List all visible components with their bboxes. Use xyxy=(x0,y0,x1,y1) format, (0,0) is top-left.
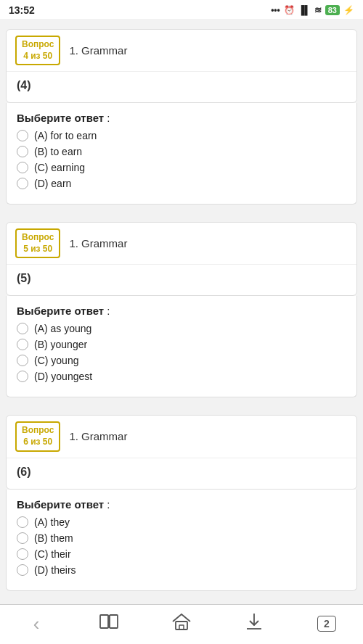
answer-option-5-a[interactable]: (A) as young xyxy=(17,323,346,334)
charging-icon: ⚡ xyxy=(343,5,354,15)
battery-icon: 83 xyxy=(325,5,340,15)
book-button[interactable] xyxy=(91,614,127,634)
page-number[interactable]: 2 xyxy=(317,616,336,632)
radio-6-d[interactable] xyxy=(17,564,28,576)
question-category-6: 1. Grammar xyxy=(69,430,127,442)
download-icon xyxy=(245,612,263,635)
question-card-6: Вопрос 6 из 50 1. Grammar (6) xyxy=(6,415,357,489)
answer-label-4: Выберите ответ : xyxy=(17,112,346,124)
option-text-4-d: (D) earn xyxy=(34,178,71,189)
wifi-icon: ≋ xyxy=(314,5,322,15)
question-header-6: Вопрос 6 из 50 1. Grammar xyxy=(7,416,356,458)
answer-section-4: Выберите ответ : (A) for to earn (B) to … xyxy=(6,103,357,205)
answer-option-6-d[interactable]: (D) theirs xyxy=(17,564,346,576)
question-card-4: Вопрос 4 из 50 1. Grammar (4) xyxy=(6,29,357,103)
question-category-5: 1. Grammar xyxy=(69,237,127,249)
question-body-6: (6) xyxy=(7,458,356,489)
answer-option-5-b[interactable]: (B) younger xyxy=(17,339,346,350)
status-bar: 13:52 ••• ⏰ ▐▌ ≋ 83 ⚡ xyxy=(0,0,363,19)
question-header-5: Вопрос 5 из 50 1. Grammar xyxy=(7,223,356,265)
option-text-5-d: (D) youngest xyxy=(34,371,92,382)
signal-bars-icon: ▐▌ xyxy=(298,5,311,15)
question-badge-6: Вопрос 6 из 50 xyxy=(15,421,60,451)
answer-option-5-c[interactable]: (C) young xyxy=(17,355,346,366)
page-button[interactable]: 2 xyxy=(309,616,345,632)
home-button[interactable] xyxy=(163,613,200,635)
answer-option-4-b[interactable]: (B) to earn xyxy=(17,146,346,157)
option-text-4-b: (B) to earn xyxy=(34,146,82,157)
radio-4-d[interactable] xyxy=(17,178,28,189)
alarm-icon: ⏰ xyxy=(284,5,295,15)
answer-option-6-a[interactable]: (A) they xyxy=(17,516,346,528)
status-icons: ••• ⏰ ▐▌ ≋ 83 ⚡ xyxy=(271,5,354,15)
option-text-6-b: (B) them xyxy=(34,532,73,544)
svg-rect-0 xyxy=(100,615,108,628)
back-icon: ‹ xyxy=(33,613,40,635)
signal-dots: ••• xyxy=(271,5,280,15)
radio-4-c[interactable] xyxy=(17,162,28,173)
book-icon xyxy=(99,614,118,634)
radio-6-c[interactable] xyxy=(17,548,28,560)
option-text-4-c: (C) earning xyxy=(34,162,85,173)
radio-5-b[interactable] xyxy=(17,339,28,350)
radio-4-a[interactable] xyxy=(17,130,28,141)
radio-5-d[interactable] xyxy=(17,371,28,382)
svg-rect-1 xyxy=(110,615,118,628)
answer-option-6-c[interactable]: (C) their xyxy=(17,548,346,560)
question-badge-4: Вопрос 4 из 50 xyxy=(15,36,60,65)
svg-rect-4 xyxy=(179,625,184,629)
home-icon xyxy=(172,613,191,635)
answer-option-5-d[interactable]: (D) youngest xyxy=(17,371,346,382)
radio-5-a[interactable] xyxy=(17,323,28,334)
radio-5-c[interactable] xyxy=(17,355,28,366)
question-body-4: (4) xyxy=(7,72,356,102)
option-text-6-c: (C) their xyxy=(34,548,71,560)
option-text-6-d: (D) theirs xyxy=(34,564,76,576)
option-text-5-c: (C) young xyxy=(34,355,78,366)
answer-option-4-a[interactable]: (A) for to earn xyxy=(17,130,346,141)
radio-6-a[interactable] xyxy=(17,516,28,528)
bottom-nav: ‹ 2 xyxy=(0,604,363,644)
answer-section-6: Выберите ответ : (A) they (B) them (C) t… xyxy=(6,490,357,591)
answer-label-5: Выберите ответ : xyxy=(17,305,346,317)
download-button[interactable] xyxy=(236,612,272,635)
radio-6-b[interactable] xyxy=(17,532,28,544)
question-card-5: Вопрос 5 из 50 1. Grammar (5) xyxy=(6,222,357,296)
status-time: 13:52 xyxy=(9,4,35,16)
answer-label-6: Выберите ответ : xyxy=(17,498,346,511)
answer-option-6-b[interactable]: (B) them xyxy=(17,532,346,544)
option-text-5-b: (B) younger xyxy=(34,339,87,350)
back-button[interactable]: ‹ xyxy=(18,613,54,635)
content-area: Вопрос 4 из 50 1. Grammar (4) Выберите о… xyxy=(0,19,363,644)
option-text-6-a: (A) they xyxy=(34,516,70,528)
answer-option-4-c[interactable]: (C) earning xyxy=(17,162,346,173)
option-text-5-a: (A) as young xyxy=(34,323,91,334)
answer-option-4-d[interactable]: (D) earn xyxy=(17,178,346,189)
option-text-4-a: (A) for to earn xyxy=(34,130,97,141)
question-body-5: (5) xyxy=(7,265,356,295)
question-header-4: Вопрос 4 из 50 1. Grammar xyxy=(7,30,356,72)
question-category-4: 1. Grammar xyxy=(69,44,127,57)
radio-4-b[interactable] xyxy=(17,146,28,157)
question-badge-5: Вопрос 5 из 50 xyxy=(15,228,60,258)
answer-section-5: Выберите ответ : (A) as young (B) younge… xyxy=(6,296,357,397)
